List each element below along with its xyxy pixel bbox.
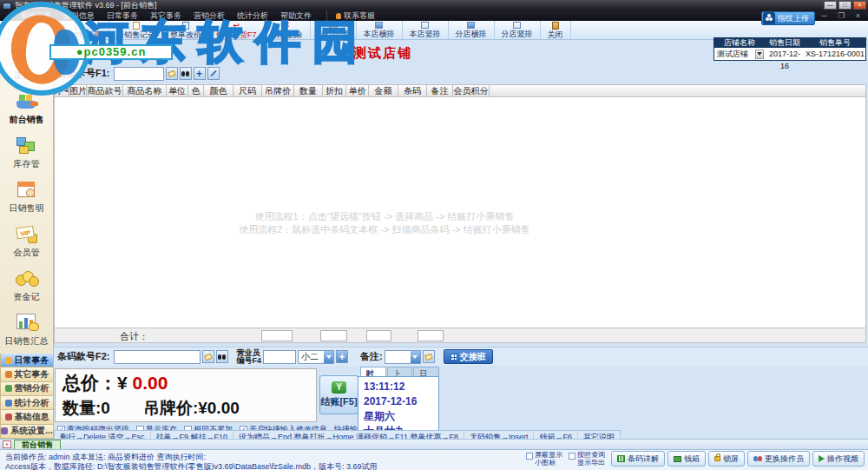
edit-member-button[interactable]: [207, 67, 220, 80]
mdi-window-controls[interactable]: ─ ❐ ×: [821, 11, 865, 20]
nav-system-settings[interactable]: 系统设置...: [0, 425, 54, 439]
toolbar-close-button[interactable]: 关闭: [541, 21, 571, 39]
fingerprint-upload-button[interactable]: 指纹上传: [761, 11, 815, 25]
chevron-down-icon[interactable]: [324, 351, 333, 363]
store-title: 测试店铺: [54, 45, 712, 62]
col-color-code[interactable]: 色: [188, 84, 204, 97]
toolbar-branch-vertical-button[interactable]: 分店竖排: [495, 21, 541, 39]
menu-marketing[interactable]: 营销分析: [187, 11, 231, 21]
col-discount[interactable]: 折扣: [323, 84, 346, 97]
cloud-logo-icon: [763, 12, 775, 24]
menu-other[interactable]: 其它事务: [144, 11, 187, 21]
tab-front-sale[interactable]: 前台销售: [14, 440, 61, 449]
barcode-search-button[interactable]: [216, 350, 228, 363]
menu-system[interactable]: 系统设置: [14, 11, 57, 21]
search-member-button[interactable]: [180, 67, 192, 80]
status-option-hide-icons[interactable]: 屏蔽显示小图标: [526, 451, 566, 467]
menu-stats[interactable]: 统计分析: [231, 11, 274, 21]
sale-no-header: 销售单号: [805, 38, 865, 48]
sidebar-item-members[interactable]: VIP 会员管: [14, 223, 40, 259]
note-clear-button[interactable]: [423, 350, 435, 363]
toolbar-branch-horizontal-button[interactable]: 分店横排: [449, 21, 495, 39]
add-member-button[interactable]: +: [194, 67, 206, 80]
app-icon: [3, 3, 11, 10]
nav-marketing-analysis[interactable]: 营销分析: [0, 382, 54, 396]
col-qty[interactable]: 数量: [294, 84, 323, 97]
col-style-no[interactable]: 商品款号: [87, 84, 123, 97]
sidebar-item-front-sale[interactable]: 前台销售: [10, 90, 44, 126]
col-seq[interactable]: 序号: [54, 84, 69, 97]
tutorial-video-button[interactable]: 操作视频: [812, 451, 865, 467]
nav-stats-analysis[interactable]: 统计分析: [0, 396, 54, 410]
clear-button[interactable]: [166, 67, 178, 80]
toolbar-reprint-ticket-button[interactable]: 补打小票: [311, 21, 357, 39]
toolbar-daily-sale-button[interactable]: 日常销售管理: [48, 21, 109, 39]
vip-card-icon: VIP: [14, 223, 40, 246]
col-barcode[interactable]: 条码: [398, 84, 427, 97]
barcode-input[interactable]: [114, 350, 201, 364]
other-affairs-icon: [5, 371, 12, 378]
toolbar-sale-return-button[interactable]: ↩销售退货F7: [209, 21, 265, 39]
toolbar-sale-record-button[interactable]: 日销售记录: [109, 21, 163, 39]
cubes-icon: [14, 135, 40, 157]
sidebar-item-cash[interactable]: 资金记: [14, 268, 40, 303]
total-tagprice-cell: [261, 330, 293, 341]
barcode-detail-button[interactable]: 条码详解: [611, 451, 665, 467]
sale-grid-body[interactable]: 使用流程1：点击“望远镜”按钮 -> 选择商品 -> 结账打小票销售 使用流程2…: [54, 97, 866, 328]
nav-base-info[interactable]: 基础信息: [0, 410, 54, 424]
col-points[interactable]: 会员积分: [453, 84, 490, 97]
daily-affairs-icon: [5, 357, 12, 364]
shift-handover-button[interactable]: 交接班: [444, 349, 493, 364]
col-unit[interactable]: 单位: [167, 84, 188, 97]
col-tag-price[interactable]: 吊牌价: [262, 84, 294, 97]
sidebar-item-inventory[interactable]: 库存管: [14, 135, 40, 170]
menu-help[interactable]: 帮助文件: [274, 11, 318, 21]
nav-other-affairs[interactable]: 其它事务: [0, 367, 54, 381]
col-image[interactable]: 图片: [69, 84, 87, 97]
status-option-export-query[interactable]: 按照查询显示导出: [569, 451, 608, 467]
minimize-button[interactable]: —: [824, 1, 837, 10]
col-note[interactable]: 备注: [427, 84, 453, 97]
sidebar-item-daily-summary[interactable]: 日销售汇总: [5, 312, 49, 348]
grid-icon: [450, 354, 457, 361]
clerk-input[interactable]: [263, 350, 296, 364]
col-name[interactable]: 商品名称: [123, 84, 167, 97]
chevron-down-icon[interactable]: [411, 351, 420, 363]
tab-close-icon[interactable]: ×: [3, 440, 11, 448]
barcode-clear-button[interactable]: [202, 350, 214, 363]
binoculars-icon: [218, 354, 227, 360]
sidebar-item-purchase[interactable]: 进货管: [14, 46, 40, 82]
checkout-button[interactable]: Y 结账[F5]: [319, 375, 358, 414]
clerk-select[interactable]: 小二: [298, 350, 334, 364]
toolbar-reprice-button[interactable]: 整单改价: [163, 21, 209, 39]
delete-x-icon: ×: [285, 22, 290, 30]
col-color[interactable]: 颜色: [204, 84, 233, 97]
add-clerk-button[interactable]: +: [336, 350, 348, 363]
maximize-button[interactable]: □: [838, 1, 852, 10]
close-button[interactable]: ×: [853, 1, 866, 10]
toolbar-store-vertical-button[interactable]: 本店竖排: [403, 21, 449, 39]
toolbar-sale-delete-button[interactable]: ×销售删除: [265, 21, 311, 39]
switch-operator-button[interactable]: 更换操作员: [747, 451, 810, 467]
store-name-header: 店铺名称: [714, 38, 765, 48]
qty-value: 0: [101, 399, 110, 417]
toolbar-store-horizontal-button[interactable]: 本店横排: [357, 21, 403, 39]
window-outline-icon: [421, 22, 429, 29]
col-price[interactable]: 单价: [346, 84, 369, 97]
return-icon: ↩: [233, 22, 240, 30]
menu-daily[interactable]: 日常事务: [101, 11, 144, 21]
col-size[interactable]: 尺码: [233, 84, 262, 97]
menu-data[interactable]: 资料信息: [57, 11, 101, 21]
member-card-input[interactable]: [114, 67, 164, 81]
nav-daily-affairs[interactable]: 日常事务: [0, 354, 54, 367]
chevron-down-icon[interactable]: [755, 50, 764, 59]
clock-weekday: 星期六: [364, 409, 433, 424]
cashbox-button[interactable]: 钱箱: [667, 451, 706, 467]
col-amount[interactable]: 金额: [369, 84, 398, 97]
lock-screen-button[interactable]: 锁屏: [708, 451, 745, 467]
chart-icon: [14, 312, 40, 334]
sidebar-item-daily-sales-detail[interactable]: 日销售明: [10, 179, 44, 215]
store-select[interactable]: 测试店铺: [714, 48, 765, 60]
menu-bar: 系统设置 资料信息 日常事务 其它事务 营销分析 统计分析 帮助文件 联系客服 …: [0, 11, 868, 21]
note-select[interactable]: [385, 350, 421, 364]
